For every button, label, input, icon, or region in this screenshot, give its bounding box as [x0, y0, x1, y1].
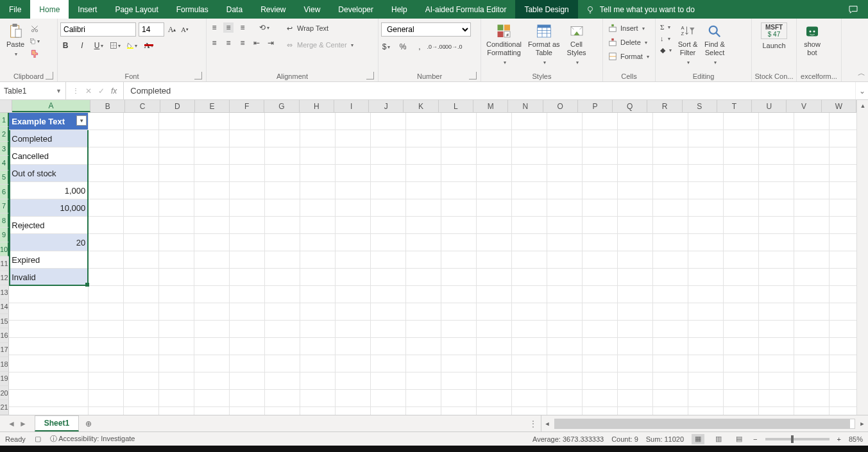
cell-F3[interactable]	[230, 147, 265, 165]
cell-F8[interactable]	[230, 234, 265, 251]
cell-O13[interactable]	[547, 321, 583, 338]
column-header-H[interactable]: H	[300, 100, 334, 112]
row-header-12[interactable]: 12	[0, 271, 9, 285]
add-sheet-button[interactable]: ⊕	[79, 415, 98, 431]
cell-O17[interactable]	[547, 390, 583, 407]
cell-S11[interactable]	[688, 286, 724, 303]
cell-G10[interactable]	[265, 269, 300, 286]
cell-I1[interactable]	[336, 113, 371, 130]
cell-C15[interactable]	[124, 355, 159, 372]
zoom-out-icon[interactable]: −	[753, 435, 757, 443]
format-cells-button[interactable]: Format▾	[606, 51, 651, 62]
row-header-8[interactable]: 8	[0, 213, 9, 228]
cell-L18[interactable]	[441, 407, 477, 415]
row-header-18[interactable]: 18	[0, 357, 9, 371]
orientation-icon[interactable]: ⟲▾	[259, 22, 269, 33]
cell-C2[interactable]	[124, 130, 159, 147]
scroll-right-icon[interactable]: ►	[856, 418, 868, 430]
cell-R11[interactable]	[653, 286, 688, 303]
cell-T8[interactable]	[724, 234, 759, 251]
macro-record-icon[interactable]: ▢	[35, 435, 41, 443]
cell-V15[interactable]	[794, 355, 830, 372]
tab-ai-formula[interactable]: AI-aided Formula Editor	[416, 0, 516, 19]
cell-M7[interactable]	[477, 217, 512, 234]
cell-A16[interactable]	[9, 372, 89, 390]
row-header-19[interactable]: 19	[0, 372, 9, 386]
cell-P6[interactable]	[583, 199, 618, 217]
cell-I15[interactable]	[336, 355, 371, 372]
cell-C3[interactable]	[124, 147, 159, 165]
cell-Q4[interactable]	[618, 165, 653, 182]
row-header-9[interactable]: 9	[0, 228, 9, 242]
cell-W3[interactable]	[830, 147, 856, 165]
column-header-Q[interactable]: Q	[613, 100, 647, 112]
cell-F13[interactable]	[230, 321, 265, 338]
cell-Q11[interactable]	[618, 286, 653, 303]
cell-K13[interactable]	[406, 321, 441, 338]
cell-R2[interactable]	[653, 130, 688, 147]
cell-H17[interactable]	[300, 390, 336, 407]
vertical-scrollbar[interactable]: ▲	[856, 100, 868, 415]
page-layout-view-icon[interactable]: ▥	[712, 434, 725, 444]
column-header-D[interactable]: D	[160, 100, 195, 112]
scroll-left-icon[interactable]: ◄	[541, 418, 553, 430]
align-left-icon[interactable]: ≡	[209, 38, 219, 48]
column-header-B[interactable]: B	[90, 100, 125, 112]
cell-G11[interactable]	[265, 286, 300, 303]
cell-E5[interactable]	[194, 182, 230, 199]
cell-C18[interactable]	[124, 407, 159, 415]
cell-Q3[interactable]	[618, 147, 653, 165]
cell-M2[interactable]	[477, 130, 512, 147]
cell-K3[interactable]	[406, 147, 441, 165]
cell-A13[interactable]	[9, 321, 89, 338]
cell-L14[interactable]	[441, 338, 477, 355]
delete-cells-button[interactable]: Delete▾	[606, 37, 649, 48]
format-painter-icon[interactable]	[30, 48, 40, 58]
cell-M5[interactable]	[477, 182, 512, 199]
tab-table-design[interactable]: Table Design	[515, 0, 577, 19]
cell-D2[interactable]	[159, 130, 194, 147]
cell-V9[interactable]	[794, 251, 830, 269]
accounting-format-icon[interactable]: $▾	[381, 42, 391, 52]
cell-I17[interactable]	[336, 390, 371, 407]
cell-B4[interactable]	[89, 165, 124, 182]
cell-V13[interactable]	[794, 321, 830, 338]
cell-O3[interactable]	[547, 147, 583, 165]
cell-I5[interactable]	[336, 182, 371, 199]
cell-W1[interactable]	[830, 113, 856, 130]
cell-F15[interactable]	[230, 355, 265, 372]
cell-W8[interactable]	[830, 234, 856, 251]
decrease-indent-icon[interactable]: ⇤	[251, 38, 262, 48]
cell-I18[interactable]	[336, 407, 371, 415]
cell-E11[interactable]	[194, 286, 230, 303]
cell-R7[interactable]	[653, 217, 688, 234]
column-header-O[interactable]: O	[543, 100, 578, 112]
cell-O6[interactable]	[547, 199, 583, 217]
cell-N10[interactable]	[512, 269, 547, 286]
cell-C13[interactable]	[124, 321, 159, 338]
cell-J16[interactable]	[371, 372, 406, 390]
expand-formula-bar-icon[interactable]: ⌄	[855, 82, 868, 99]
cell-G3[interactable]	[265, 147, 300, 165]
cell-S13[interactable]	[688, 321, 724, 338]
cell-K12[interactable]	[406, 303, 441, 321]
cell-N9[interactable]	[512, 251, 547, 269]
cell-F9[interactable]	[230, 251, 265, 269]
cell-H7[interactable]	[300, 217, 336, 234]
cell-G12[interactable]	[265, 303, 300, 321]
cell-P13[interactable]	[583, 321, 618, 338]
cell-O16[interactable]	[547, 372, 583, 390]
cell-M10[interactable]	[477, 269, 512, 286]
cell-B2[interactable]	[89, 130, 124, 147]
cell-C16[interactable]	[124, 372, 159, 390]
cell-Q9[interactable]	[618, 251, 653, 269]
cell-J14[interactable]	[371, 338, 406, 355]
cell-L11[interactable]	[441, 286, 477, 303]
cell-W13[interactable]	[830, 321, 856, 338]
row-header-17[interactable]: 17	[0, 343, 9, 357]
cell-N6[interactable]	[512, 199, 547, 217]
cell-T10[interactable]	[724, 269, 759, 286]
cell-B14[interactable]	[89, 338, 124, 355]
cell-G4[interactable]	[265, 165, 300, 182]
row-header-7[interactable]: 7	[0, 199, 9, 213]
